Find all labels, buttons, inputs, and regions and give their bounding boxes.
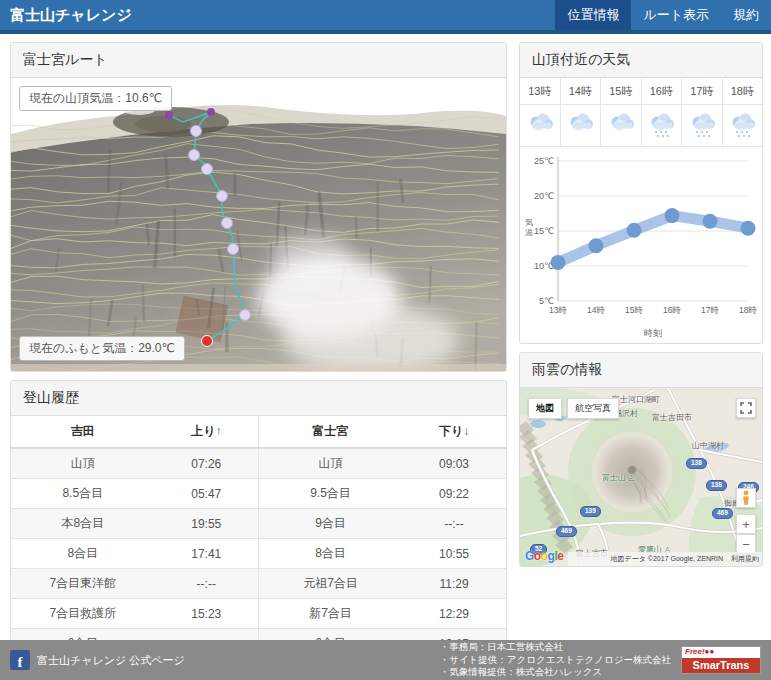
col-ascent: 上り↑ <box>155 416 259 448</box>
weather-icon-cell <box>561 105 602 147</box>
hour-label: 17時 <box>682 78 723 105</box>
col-descent: 下り↓ <box>402 416 506 448</box>
footer-credits: ・事務局：日本工営株式会社 ・サイト提供：アクロクエストテクノロジー株式会社 ・… <box>440 641 671 678</box>
site-title: 富士山チャレンジ <box>0 0 142 30</box>
weather-icon-cell <box>601 105 642 147</box>
col-fujinomiya: 富士宮 <box>258 416 402 448</box>
svg-text:時刻: 時刻 <box>644 328 662 338</box>
svg-text:15時: 15時 <box>625 305 643 315</box>
nav-route[interactable]: ルート表示 <box>631 0 721 30</box>
table-row: 8.5合目05:479.5合目09:22 <box>11 479 506 509</box>
pegman-icon <box>740 490 752 506</box>
weather-hours-row: 13時14時15時16時17時18時 <box>520 78 762 105</box>
fullscreen-button[interactable] <box>736 398 756 418</box>
terrain-map-canvas[interactable] <box>11 78 506 371</box>
cloud-icon <box>565 112 595 139</box>
svg-text:気: 気 <box>525 218 533 227</box>
weather-icon-cell <box>682 105 723 147</box>
facebook-link[interactable]: f 富士山チャレンジ 公式ページ <box>10 650 185 670</box>
nav-location[interactable]: 位置情報 <box>555 0 631 30</box>
zoom-in-button[interactable]: + <box>736 514 756 534</box>
facebook-icon: f <box>10 650 30 670</box>
history-panel-title: 登山履歴 <box>11 381 506 416</box>
map-label-fujiyoshida: 富士吉田市 <box>652 412 692 423</box>
rain-cloud-icon <box>687 112 717 139</box>
history-panel: 登山履歴 吉田 上り↑ 富士宮 下り↓ 山頂07:26山頂09:038.5合目0… <box>10 380 507 680</box>
temperature-chart: 5℃10℃15℃20℃25℃13時14時15時16時17時18時時刻気温 <box>520 147 762 343</box>
hour-label: 13時 <box>520 78 561 105</box>
rain-cloud-icon <box>646 112 676 139</box>
zoom-out-button[interactable]: − <box>736 534 756 554</box>
map-terms-link[interactable]: 利用規約 <box>731 554 759 564</box>
svg-text:17時: 17時 <box>701 305 719 315</box>
map-label-fujisan: 富士山 ◬ <box>602 472 634 483</box>
rain-panel: 雨雲の情報 富士河口湖町 鳴沢村 富士吉田市 山中湖村 御殿場 富士山 ◬ 愛鷹… <box>519 352 763 567</box>
svg-text:16時: 16時 <box>663 305 681 315</box>
weather-panel-title: 山頂付近の天気 <box>520 43 762 78</box>
svg-text:18時: 18時 <box>739 305 757 315</box>
hour-label: 15時 <box>601 78 642 105</box>
up-arrow-icon: ↑ <box>215 424 221 438</box>
svg-text:25℃: 25℃ <box>534 156 554 166</box>
route-panel: 富士宮ルート 現在の山頂気温：10.6℃ 現在のふもと気温：29.0℃ <box>10 42 507 372</box>
svg-text:20℃: 20℃ <box>534 191 554 201</box>
weather-icons-row <box>520 105 762 147</box>
weather-icon-cell <box>723 105 763 147</box>
cloud-icon <box>525 112 555 139</box>
smarttrans-logo: Free!●● SmarTrans <box>681 646 761 674</box>
map-type-button[interactable]: 地図 <box>528 398 562 419</box>
hour-label: 16時 <box>642 78 683 105</box>
road-badge-138b: 138 <box>706 480 727 491</box>
summit-temp-badge: 現在の山頂気温：10.6℃ <box>19 86 172 111</box>
svg-text:13時: 13時 <box>549 305 567 315</box>
svg-text:14時: 14時 <box>587 305 605 315</box>
fullscreen-icon <box>740 402 752 414</box>
foot-temp-badge: 現在のふもと気温：29.0℃ <box>19 336 185 361</box>
hour-label: 18時 <box>723 78 763 105</box>
table-row: 7合目救護所15:23新7合目12:29 <box>11 599 506 629</box>
site-header: 富士山チャレンジ 位置情報 ルート表示 規約 <box>0 0 771 34</box>
site-footer: f 富士山チャレンジ 公式ページ ・事務局：日本工営株式会社 ・サイト提供：アク… <box>0 640 771 680</box>
road-badge-139: 139 <box>580 506 601 517</box>
down-arrow-icon: ↓ <box>463 424 469 438</box>
col-yoshida: 吉田 <box>11 416 155 448</box>
main-content: 富士宮ルート 現在の山頂気温：10.6℃ 現在のふもと気温：29.0℃ 登山履歴… <box>0 34 771 680</box>
nav-terms[interactable]: 規約 <box>721 0 771 30</box>
table-row: 8合目17:418合目10:55 <box>11 539 506 569</box>
google-map[interactable]: 富士河口湖町 鳴沢村 富士吉田市 山中湖村 御殿場 富士山 ◬ 愛鷹山 ◬ 富士… <box>520 388 762 566</box>
main-nav: 位置情報 ルート表示 規約 <box>555 0 771 30</box>
google-logo: Google <box>525 549 563 563</box>
map-attribution: 地図データ ©2017 Google, ZENRIN 利用規約 <box>568 552 762 566</box>
weather-icon-cell <box>642 105 683 147</box>
route-panel-title: 富士宮ルート <box>11 43 506 78</box>
svg-text:温: 温 <box>525 228 533 237</box>
map-label-kawaguchiko: 富士河口湖町 <box>612 394 660 405</box>
road-badge-138: 138 <box>686 458 707 469</box>
terrain-3d-map[interactable]: 現在の山頂気温：10.6℃ 現在のふもと気温：29.0℃ <box>11 78 506 371</box>
svg-text:15℃: 15℃ <box>534 226 554 236</box>
weather-panel: 山頂付近の天気 13時14時15時16時17時18時 5℃10℃15℃20℃25… <box>519 42 763 344</box>
rain-panel-title: 雨雲の情報 <box>520 353 762 388</box>
road-badge-469: 469 <box>712 508 733 519</box>
cloud-icon <box>606 112 636 139</box>
rain-cloud-icon <box>727 112 757 139</box>
pegman-control[interactable] <box>736 488 756 508</box>
table-row: 7合目東洋館--:--元祖7合目11:29 <box>11 569 506 599</box>
table-row: 山頂07:26山頂09:03 <box>11 448 506 479</box>
map-label-yamanakako: 山中湖村 <box>692 440 724 451</box>
hour-label: 14時 <box>561 78 602 105</box>
table-row: 本8合目19:559合目--:-- <box>11 509 506 539</box>
road-badge-469b: 469 <box>556 526 577 537</box>
satellite-button[interactable]: 航空写真 <box>567 398 619 419</box>
weather-icon-cell <box>520 105 561 147</box>
